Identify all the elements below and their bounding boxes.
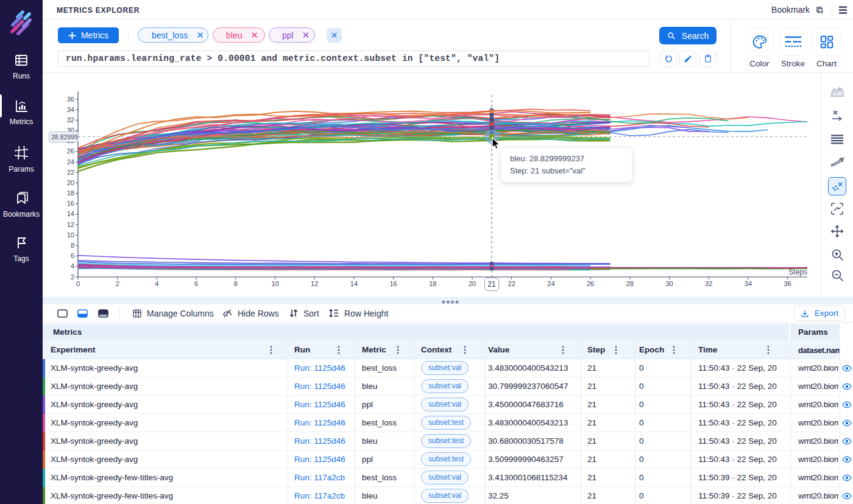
svg-text:18: 18 <box>67 189 74 197</box>
svg-text:22: 22 <box>67 169 74 176</box>
svg-text:8: 8 <box>234 280 238 287</box>
svg-text:16: 16 <box>389 280 397 287</box>
svg-text:6: 6 <box>194 280 198 287</box>
svg-text:36: 36 <box>67 96 74 103</box>
svg-text:0: 0 <box>76 280 80 287</box>
svg-text:16: 16 <box>67 200 74 207</box>
svg-text:36: 36 <box>784 280 791 287</box>
svg-text:8: 8 <box>71 242 74 249</box>
svg-text:20: 20 <box>469 280 476 287</box>
svg-text:26: 26 <box>67 147 74 155</box>
svg-text:4: 4 <box>71 262 74 270</box>
svg-text:32: 32 <box>67 116 74 124</box>
svg-text:24: 24 <box>547 280 554 287</box>
svg-text:4: 4 <box>155 280 158 287</box>
svg-text:6: 6 <box>71 252 74 259</box>
svg-text:26: 26 <box>587 280 594 287</box>
svg-text:24: 24 <box>67 158 74 166</box>
svg-text:20: 20 <box>67 179 74 186</box>
svg-text:30: 30 <box>665 280 673 287</box>
svg-text:2: 2 <box>71 273 74 281</box>
svg-text:18: 18 <box>429 280 436 287</box>
svg-text:12: 12 <box>311 280 318 287</box>
svg-text:10: 10 <box>67 231 74 239</box>
svg-text:2: 2 <box>116 280 119 287</box>
svg-text:22: 22 <box>508 280 515 287</box>
svg-text:34: 34 <box>745 280 752 287</box>
svg-text:34: 34 <box>67 106 74 113</box>
svg-text:14: 14 <box>350 280 358 287</box>
svg-text:14: 14 <box>67 210 74 217</box>
svg-text:28: 28 <box>626 280 634 287</box>
svg-text:10: 10 <box>271 280 278 287</box>
svg-text:12: 12 <box>67 221 74 228</box>
svg-text:32: 32 <box>705 280 712 287</box>
